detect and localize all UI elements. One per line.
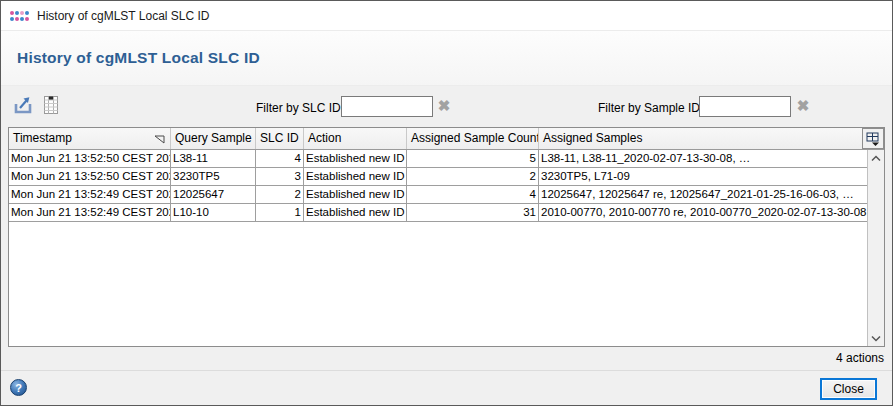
cell-assigned-sample-count: 5	[407, 150, 539, 167]
cell-assigned-sample-count: 2	[407, 168, 539, 185]
footer-divider	[1, 370, 892, 371]
cell-action: Established new ID	[304, 186, 407, 203]
cell-action: Established new ID	[304, 168, 407, 185]
filter-slc-input[interactable]	[341, 96, 433, 117]
cell-slc-id: 4	[256, 150, 304, 167]
cell-timestamp: Mon Jun 21 13:52:49 CEST 2021	[9, 204, 171, 221]
column-header-query-sample[interactable]: Query Sample	[171, 128, 256, 149]
window-titlebar: History of cgMLST Local SLC ID	[1, 1, 892, 31]
table-row[interactable]: Mon Jun 21 13:52:49 CEST 2021 12025647 2…	[9, 186, 867, 204]
table-row[interactable]: Mon Jun 21 13:52:50 CEST 2021 3230TP5 3 …	[9, 168, 867, 186]
cell-timestamp: Mon Jun 21 13:52:50 CEST 2021	[9, 168, 171, 185]
scroll-down-icon[interactable]	[868, 330, 884, 346]
cell-slc-id: 3	[256, 168, 304, 185]
table-header-row: Timestamp Query Sample SLC ID Action Ass…	[9, 128, 884, 150]
cell-assigned-samples: L38-11, L38-11_2020-02-07-13-30-08, …	[539, 150, 867, 167]
help-icon[interactable]: ?	[10, 379, 27, 396]
actions-count: 4 actions	[836, 351, 884, 365]
column-header-timestamp[interactable]: Timestamp	[9, 128, 171, 149]
cell-timestamp: Mon Jun 21 13:52:50 CEST 2021	[9, 150, 171, 167]
manage-columns-button[interactable]	[39, 93, 65, 117]
cell-action: Established new ID	[304, 204, 407, 221]
cell-assigned-samples: 12025647, 12025647 re, 12025647_2021-01-…	[539, 186, 867, 203]
history-table: Timestamp Query Sample SLC ID Action Ass…	[8, 127, 885, 347]
filter-slc-clear-icon[interactable]: ✖	[434, 96, 454, 116]
filter-slc-label: Filter by SLC ID:	[256, 101, 344, 115]
cell-assigned-samples: 2010-00770, 2010-00770 re, 2010-00770_20…	[539, 204, 867, 221]
table-body: Mon Jun 21 13:52:50 CEST 2021 L38-11 4 E…	[9, 150, 867, 346]
table-row[interactable]: Mon Jun 21 13:52:50 CEST 2021 L38-11 4 E…	[9, 150, 867, 168]
table-row[interactable]: Mon Jun 21 13:52:49 CEST 2021 L10-10 1 E…	[9, 204, 867, 222]
heading-strip: History of cgMLST Local SLC ID	[1, 31, 892, 86]
page-title: History of cgMLST Local SLC ID	[17, 49, 260, 67]
cell-query-sample: L10-10	[171, 204, 256, 221]
cell-timestamp: Mon Jun 21 13:52:49 CEST 2021	[9, 186, 171, 203]
cell-assigned-samples: 3230TP5, L71-09	[539, 168, 867, 185]
cell-action: Established new ID	[304, 150, 407, 167]
export-button[interactable]	[11, 93, 37, 117]
filter-sample-label: Filter by Sample ID:	[598, 101, 703, 115]
column-header-slc-id[interactable]: SLC ID	[256, 128, 304, 149]
close-button[interactable]: Close	[820, 378, 877, 400]
column-header-action[interactable]: Action	[304, 128, 407, 149]
column-header-assigned-samples[interactable]: Assigned Samples	[539, 128, 862, 149]
column-picker-icon	[866, 132, 880, 146]
cell-slc-id: 1	[256, 204, 304, 221]
manage-columns-icon	[43, 95, 61, 115]
window-title: History of cgMLST Local SLC ID	[37, 9, 210, 23]
sort-descending-icon	[154, 135, 165, 144]
cell-assigned-sample-count: 4	[407, 186, 539, 203]
scroll-up-icon[interactable]	[868, 150, 884, 166]
cell-slc-id: 2	[256, 186, 304, 203]
cell-query-sample: 3230TP5	[171, 168, 256, 185]
column-picker-button[interactable]	[862, 128, 884, 149]
cell-assigned-sample-count: 31	[407, 204, 539, 221]
column-header-assigned-sample-count[interactable]: Assigned Sample Count	[407, 128, 539, 149]
export-icon	[12, 94, 36, 116]
filter-sample-clear-icon[interactable]: ✖	[793, 96, 813, 116]
cell-query-sample: 12025647	[171, 186, 256, 203]
cell-query-sample: L38-11	[171, 150, 256, 167]
filter-sample-input[interactable]	[699, 96, 791, 117]
app-dots-icon	[9, 9, 30, 23]
history-dialog: History of cgMLST Local SLC ID History o…	[0, 0, 893, 406]
vertical-scrollbar[interactable]	[867, 150, 884, 346]
